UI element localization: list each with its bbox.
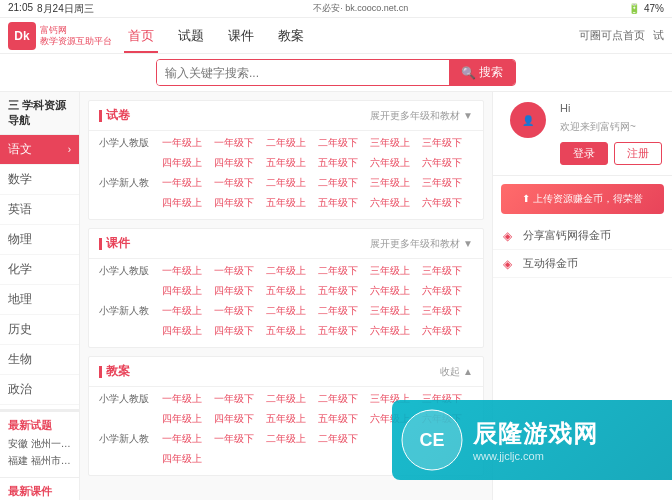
grade-tag[interactable]: 四年级上 — [158, 155, 206, 171]
grade-tag[interactable]: 五年级下 — [314, 195, 362, 211]
grade-tag[interactable]: 五年级上 — [262, 195, 310, 211]
sidebar-item-math[interactable]: 数学 — [0, 165, 79, 195]
upload-banner[interactable]: ⬆ 上传资源赚金币，得荣誉 — [501, 184, 664, 214]
sidebar-label-english: 英语 — [8, 201, 32, 218]
upload-icon: ⬆ — [522, 193, 530, 204]
grade-tag[interactable]: 六年级上 — [366, 195, 414, 211]
grade-tag[interactable]: 二年级下 — [314, 391, 362, 407]
nav-tab-exam[interactable]: 试题 — [174, 25, 208, 47]
action-share[interactable]: ◈ 分享富钙网得金币 — [493, 222, 672, 250]
grade-tag[interactable]: 三年级下 — [418, 135, 466, 151]
nav-tab-courseware[interactable]: 课件 — [224, 25, 258, 47]
grade-tag[interactable]: 二年级下 — [314, 303, 362, 319]
sidebar-item-chemistry[interactable]: 化学 — [0, 255, 79, 285]
grade-tag[interactable]: 五年级下 — [314, 411, 362, 427]
bottom-item-1[interactable]: 安徽 池州一中2010-2011上... — [8, 437, 71, 451]
section-lesson-more[interactable]: 收起 ▲ — [440, 365, 473, 379]
sidebar-item-politics[interactable]: 政治 — [0, 375, 79, 405]
grade-tag[interactable]: 二年级上 — [262, 175, 310, 191]
sidebar-item-history[interactable]: 历史 — [0, 315, 79, 345]
battery-level: 47% — [644, 3, 664, 14]
login-button[interactable]: 登录 — [560, 142, 608, 165]
search-button[interactable]: 🔍 搜索 — [449, 60, 515, 85]
grade-tag[interactable]: 四年级上 — [158, 283, 206, 299]
header-link1[interactable]: 可圈可点首页 — [579, 28, 645, 43]
nav-tab-lesson[interactable]: 教案 — [274, 25, 308, 47]
grade-tag[interactable]: 一年级下 — [210, 391, 258, 407]
grade-tag[interactable]: 一年级下 — [210, 431, 258, 447]
bottom-section-exam-title: 最新试题 — [8, 418, 71, 433]
grade-tag[interactable]: 一年级上 — [158, 175, 206, 191]
grade-tag[interactable]: 五年级上 — [262, 283, 310, 299]
lp-publisher-2: 小学新人教 — [99, 432, 154, 446]
grade-tag[interactable]: 五年级下 — [314, 323, 362, 339]
lp-publisher-1: 小学人教版 — [99, 392, 154, 406]
grade-tag[interactable]: 二年级上 — [262, 391, 310, 407]
grade-tag[interactable]: 一年级下 — [210, 175, 258, 191]
grade-tag[interactable]: 三年级下 — [418, 175, 466, 191]
section-courseware-more[interactable]: 展开更多年级和教材 ▼ — [370, 237, 473, 251]
grade-tag[interactable]: 五年级下 — [314, 155, 362, 171]
grade-tag[interactable]: 四年级上 — [158, 323, 206, 339]
sidebar-item-english[interactable]: 英语 — [0, 195, 79, 225]
grade-tag[interactable]: 一年级上 — [158, 303, 206, 319]
grade-tag[interactable]: 三年级下 — [418, 303, 466, 319]
sidebar-title-text: 三 学科资源导航 — [8, 99, 66, 126]
grade-tag[interactable]: 六年级下 — [418, 155, 466, 171]
grade-tag[interactable]: 二年级下 — [314, 263, 362, 279]
grade-tag[interactable]: 四年级下 — [210, 323, 258, 339]
nav-tab-home[interactable]: 首页 — [124, 25, 158, 47]
grade-tag[interactable]: 四年级下 — [210, 155, 258, 171]
grade-tag[interactable]: 四年级下 — [210, 283, 258, 299]
grade-tag[interactable]: 四年级下 — [210, 195, 258, 211]
grade-tag[interactable]: 四年级上 — [158, 411, 206, 427]
header-link2[interactable]: 试 — [653, 28, 664, 43]
action-coin[interactable]: ◈ 互动得金币 — [493, 250, 672, 278]
register-button[interactable]: 注册 — [614, 142, 662, 165]
grade-tag[interactable]: 三年级上 — [366, 303, 414, 319]
grade-tag[interactable]: 一年级上 — [158, 431, 206, 447]
grade-tag[interactable]: 一年级上 — [158, 263, 206, 279]
bottom-section-courseware-title: 最新课件 — [8, 484, 71, 499]
grade-tag[interactable]: 六年级上 — [366, 283, 414, 299]
grade-tag[interactable]: 二年级下 — [314, 135, 362, 151]
grade-tag[interactable]: 五年级下 — [314, 283, 362, 299]
grade-tag[interactable]: 六年级上 — [366, 155, 414, 171]
grade-tag[interactable]: 二年级下 — [314, 175, 362, 191]
grade-tag[interactable]: 五年级上 — [262, 155, 310, 171]
grade-tag[interactable]: 六年级下 — [418, 283, 466, 299]
grade-tag[interactable]: 三年级上 — [366, 263, 414, 279]
grade-tag[interactable]: 六年级下 — [418, 195, 466, 211]
section-courseware-header: 课件 展开更多年级和教材 ▼ — [89, 229, 483, 259]
user-welcome: 欢迎来到富钙网~ — [560, 120, 662, 134]
grade-tag[interactable]: 三年级上 — [366, 175, 414, 191]
grade-tag[interactable]: 五年级上 — [262, 323, 310, 339]
grade-tag[interactable]: 六年级上 — [366, 323, 414, 339]
grade-tag[interactable]: 二年级下 — [314, 431, 362, 447]
grade-tag[interactable]: 一年级上 — [158, 391, 206, 407]
grade-tag[interactable]: 二年级上 — [262, 303, 310, 319]
grade-tag[interactable]: 一年级下 — [210, 135, 258, 151]
sidebar-item-geography[interactable]: 地理 — [0, 285, 79, 315]
grade-tag[interactable]: 三年级下 — [418, 263, 466, 279]
grade-tag[interactable]: 一年级上 — [158, 135, 206, 151]
cw-row-4: 四年级上 四年级下 五年级上 五年级下 六年级上 六年级下 — [99, 323, 473, 339]
sidebar-item-chinese[interactable]: 语文 › — [0, 135, 79, 165]
grade-tag[interactable]: 四年级上 — [158, 451, 206, 467]
search-input[interactable] — [157, 60, 449, 85]
logo-text: 富钙网 教学资源互助平台 — [40, 25, 112, 47]
grade-tag[interactable]: 五年级上 — [262, 411, 310, 427]
grade-tag[interactable]: 一年级下 — [210, 303, 258, 319]
grade-tag[interactable]: 六年级下 — [418, 323, 466, 339]
grade-tag[interactable]: 二年级上 — [262, 263, 310, 279]
sidebar-item-biology[interactable]: 生物 — [0, 345, 79, 375]
sidebar-item-physics[interactable]: 物理 — [0, 225, 79, 255]
bottom-item-2[interactable]: 福建 福州市高级中学2010- — [8, 454, 71, 468]
section-exam-more[interactable]: 展开更多年级和教材 ▼ — [370, 109, 473, 123]
grade-tag[interactable]: 四年级下 — [210, 411, 258, 427]
grade-tag[interactable]: 四年级上 — [158, 195, 206, 211]
grade-tag[interactable]: 二年级上 — [262, 135, 310, 151]
grade-tag[interactable]: 一年级下 — [210, 263, 258, 279]
grade-tag[interactable]: 二年级上 — [262, 431, 310, 447]
grade-tag[interactable]: 三年级上 — [366, 135, 414, 151]
